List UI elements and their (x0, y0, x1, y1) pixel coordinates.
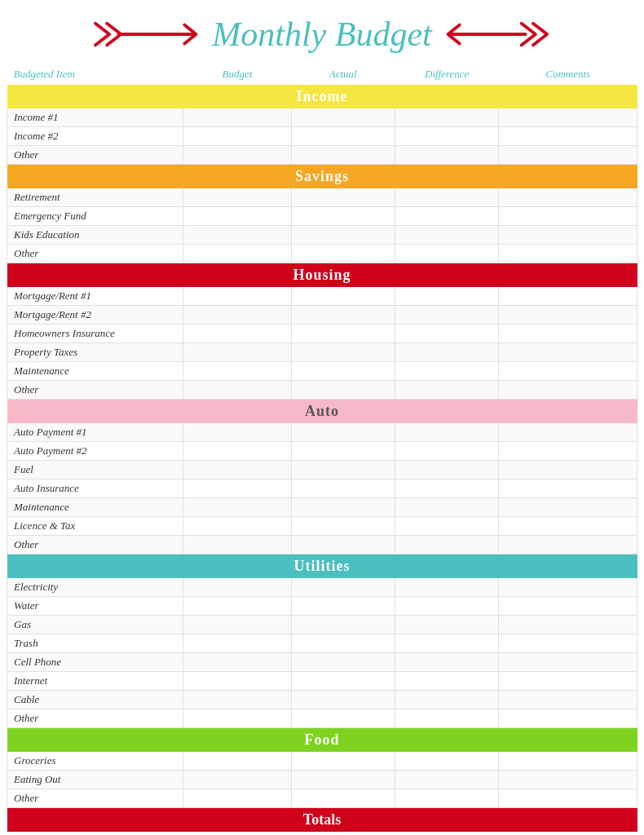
table-row: Internet (7, 672, 637, 691)
row-actual-cell (291, 381, 395, 400)
row-comments-cell (499, 343, 637, 362)
row-budget-cell (183, 146, 291, 165)
page: Monthly Budget Budgeted Item (0, 0, 644, 835)
row-difference-cell (395, 634, 498, 653)
row-actual-cell (291, 188, 395, 207)
row-comments-cell (499, 362, 637, 381)
row-item-label: Water (7, 597, 183, 616)
row-budget-cell (183, 306, 291, 325)
category-row-auto: Auto (7, 400, 637, 424)
row-comments-cell (499, 517, 637, 536)
table-row: Other (7, 245, 637, 263)
row-item-label: Other (7, 536, 183, 554)
row-item-label: Maintenance (7, 498, 183, 517)
category-row-utilities: Utilities (7, 554, 637, 579)
row-difference-cell (395, 423, 498, 442)
row-budget-cell (183, 691, 291, 709)
row-budget-cell (183, 325, 291, 343)
row-actual-cell (291, 442, 395, 461)
row-difference-cell (395, 362, 498, 381)
row-difference-cell (395, 442, 498, 461)
table-header-row: Budgeted Item Budget Actual Difference C… (7, 65, 637, 85)
row-item-label: Other (7, 245, 183, 263)
row-item-label: Gas (7, 616, 183, 634)
row-budget-cell (183, 287, 291, 306)
table-row: Water (7, 597, 637, 616)
row-budget-cell (183, 343, 291, 362)
row-difference-cell (395, 343, 498, 362)
table-row: Mortgage/Rent #2 (7, 306, 637, 325)
row-actual-cell (291, 226, 395, 245)
row-difference-cell (395, 381, 498, 400)
row-budget-cell (183, 127, 291, 146)
col-header-difference: Difference (395, 65, 498, 85)
row-comments-cell (499, 709, 637, 728)
row-comments-cell (499, 381, 637, 400)
row-difference-cell (395, 517, 498, 536)
table-row: Income #2 (7, 127, 637, 146)
col-header-budget: Budget (183, 65, 291, 85)
row-difference-cell (395, 325, 498, 343)
row-budget-cell (183, 536, 291, 554)
row-difference-cell (395, 616, 498, 634)
row-difference-cell (395, 597, 498, 616)
row-actual-cell (291, 287, 395, 306)
category-row-housing: Housing (7, 263, 637, 288)
row-comments-cell (499, 498, 637, 517)
row-difference-cell (395, 498, 498, 517)
row-comments-cell (499, 616, 637, 634)
row-difference-cell (395, 789, 498, 808)
row-difference-cell (395, 752, 498, 771)
table-row: Licence & Tax (7, 517, 637, 536)
row-comments-cell (499, 287, 637, 306)
row-comments-cell (499, 146, 637, 165)
row-item-label: Auto Payment #1 (7, 423, 183, 442)
row-item-label: Income #2 (7, 127, 183, 146)
row-actual-cell (291, 536, 395, 554)
row-budget-cell (183, 381, 291, 400)
row-item-label: Income #1 (7, 108, 183, 127)
row-actual-cell (291, 672, 395, 691)
row-budget-cell (183, 752, 291, 771)
row-difference-cell (395, 207, 498, 226)
row-difference-cell (395, 771, 498, 789)
row-comments-cell (499, 226, 637, 245)
row-budget-cell (183, 672, 291, 691)
row-actual-cell (291, 108, 395, 127)
row-comments-cell (499, 653, 637, 672)
row-budget-cell (183, 442, 291, 461)
row-item-label: Retirement (7, 188, 183, 207)
row-item-label: Maintenance (7, 362, 183, 381)
totals-label: Totals (7, 808, 637, 833)
budget-table: Budgeted Item Budget Actual Difference C… (7, 65, 637, 832)
row-comments-cell (499, 188, 637, 207)
row-item-label: Other (7, 146, 183, 165)
row-actual-cell (291, 771, 395, 789)
row-actual-cell (291, 245, 395, 263)
row-actual-cell (291, 597, 395, 616)
row-comments-cell (499, 127, 637, 146)
table-row: Retirement (7, 188, 637, 207)
row-item-label: Emergency Fund (7, 207, 183, 226)
category-label-housing: Housing (7, 263, 637, 288)
row-budget-cell (183, 709, 291, 728)
row-budget-cell (183, 498, 291, 517)
row-difference-cell (395, 691, 498, 709)
row-comments-cell (499, 325, 637, 343)
row-actual-cell (291, 207, 395, 226)
row-comments-cell (499, 423, 637, 442)
row-actual-cell (291, 325, 395, 343)
table-row: Cable (7, 691, 637, 709)
table-row: Other (7, 381, 637, 400)
row-actual-cell (291, 653, 395, 672)
row-budget-cell (183, 362, 291, 381)
row-difference-cell (395, 536, 498, 554)
table-row: Auto Insurance (7, 479, 637, 498)
header: Monthly Budget (7, 8, 637, 65)
category-label-utilities: Utilities (7, 554, 637, 579)
row-item-label: Electricity (7, 578, 183, 597)
table-row: Trash (7, 634, 637, 653)
row-actual-cell (291, 146, 395, 165)
row-difference-cell (395, 653, 498, 672)
row-comments-cell (499, 245, 637, 263)
